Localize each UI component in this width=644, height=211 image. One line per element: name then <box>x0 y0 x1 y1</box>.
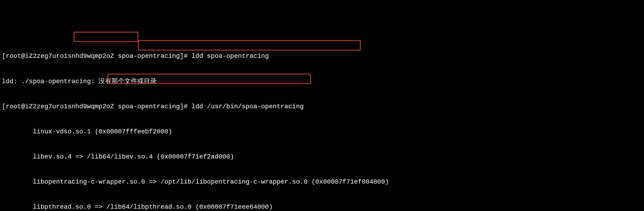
terminal-output: [root@iZ2zeg7uro1snhd9wqmp2oZ spoa-opent… <box>2 36 642 211</box>
ldd-output-pthread: libpthread.so.0 => /lib64/libpthread.so.… <box>2 203 642 211</box>
ldd-output-opentracing-wrapper: libopentracing-c-wrapper.so.0 => /opt/li… <box>2 178 642 186</box>
ldd-output-vdso: linux-vdso.so.1 (0x00007fffeebf2000) <box>2 128 642 136</box>
command-line-1: [root@iZ2zeg7uro1snhd9wqmp2oZ spoa-opent… <box>2 52 642 60</box>
ldd-error-output: ldd: ./spoa-opentracing: 没有那个文件或目录 <box>2 78 642 86</box>
ldd-output-libev: libev.so.4 => /lib64/libev.so.4 (0x00007… <box>2 153 642 161</box>
command-line-2: [root@iZ2zeg7uro1snhd9wqmp2oZ spoa-opent… <box>2 102 642 111</box>
